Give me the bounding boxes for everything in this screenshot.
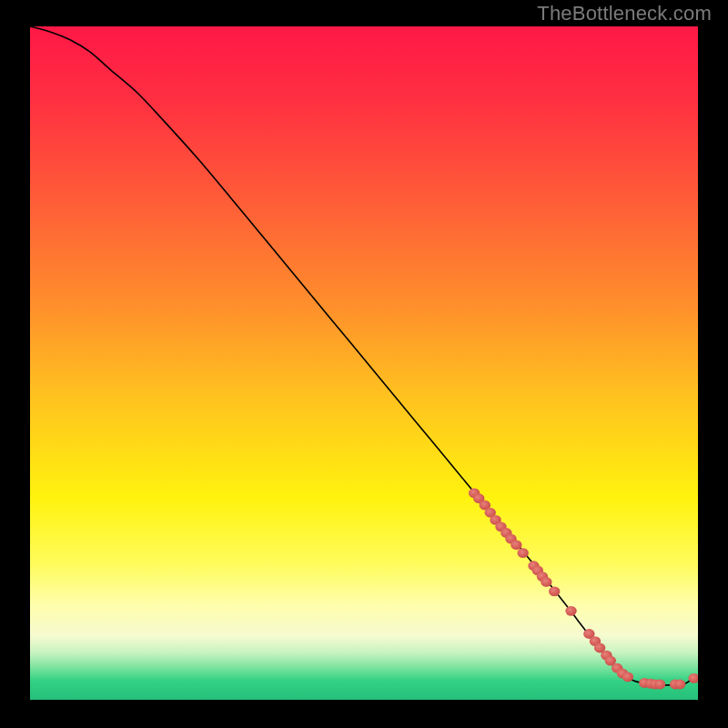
highlight-dot bbox=[541, 577, 551, 587]
highlight-dot bbox=[622, 672, 633, 682]
chart-stage: TheBottleneck.com bbox=[0, 0, 728, 728]
highlight-dot bbox=[549, 586, 560, 596]
highlight-dot bbox=[511, 540, 521, 550]
attribution-label: TheBottleneck.com bbox=[537, 2, 712, 25]
chart-svg bbox=[30, 26, 698, 700]
highlight-dot bbox=[517, 548, 528, 558]
highlight-dot bbox=[674, 680, 685, 690]
gradient-background bbox=[30, 26, 698, 700]
plot-area bbox=[30, 26, 698, 700]
highlight-dot bbox=[654, 680, 665, 690]
highlight-dot bbox=[565, 606, 576, 616]
